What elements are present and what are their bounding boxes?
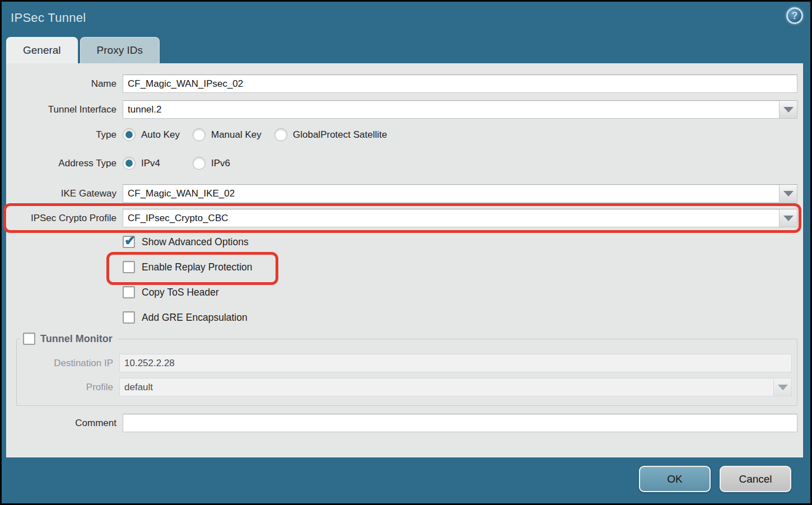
radio-manual-key[interactable] [193, 128, 206, 141]
comment-row: Comment [7, 414, 797, 432]
show-advanced-options-row: Show Advanced Options [123, 236, 802, 248]
dialog-title: IPSec Tunnel [11, 11, 86, 25]
monitor-profile-row: Profile [17, 378, 792, 396]
radio-auto-key-label: Auto Key [141, 129, 188, 141]
radio-auto-key[interactable] [123, 128, 136, 141]
radio-globalprotect-satellite[interactable] [274, 128, 287, 141]
monitor-profile-dropdown-button [773, 378, 791, 396]
radio-ipv4-label: IPv4 [141, 158, 168, 169]
add-gre-encapsulation-checkbox[interactable] [123, 311, 135, 324]
help-icon[interactable]: ? [786, 7, 803, 24]
radio-ipv4[interactable] [123, 157, 136, 170]
ike-gateway-input[interactable] [123, 185, 779, 202]
tab-bar: General Proxy IDs [6, 37, 810, 63]
radio-ipv6-label: IPv6 [211, 158, 238, 169]
chevron-down-icon [783, 216, 794, 221]
tunnel-interface-label: Tunnel Interface [7, 104, 123, 115]
tunnel-monitor-label: Tunnel Monitor [40, 333, 113, 345]
ipsec-tunnel-dialog: IPSec Tunnel ? General Proxy IDs Name Tu… [0, 0, 812, 505]
show-advanced-options-label: Show Advanced Options [142, 236, 249, 248]
tunnel-monitor-checkbox[interactable] [23, 333, 35, 345]
chevron-down-icon [778, 385, 788, 390]
ok-button[interactable]: OK [639, 466, 711, 492]
ipsec-crypto-profile-row: IPSec Crypto Profile [7, 209, 797, 227]
enable-replay-protection-label: Enable Replay Protection [142, 261, 252, 273]
ipsec-crypto-profile-input[interactable] [123, 209, 779, 227]
ike-gateway-label: IKE Gateway [7, 188, 123, 199]
ike-gateway-row: IKE Gateway [7, 184, 797, 203]
tunnel-interface-dropdown-button[interactable] [779, 101, 797, 118]
address-type-row: Address Type IPv4 IPv6 [7, 157, 797, 170]
dialog-header: IPSec Tunnel ? [2, 2, 810, 37]
tunnel-interface-row: Tunnel Interface [7, 100, 797, 119]
chevron-down-icon [783, 191, 794, 197]
destination-ip-label: Destination IP [17, 358, 119, 369]
tab-proxy-ids[interactable]: Proxy IDs [80, 37, 160, 63]
radio-globalprotect-satellite-label: GlobalProtect Satellite [293, 129, 395, 141]
comment-input[interactable] [123, 414, 797, 432]
radio-ipv6[interactable] [193, 157, 206, 170]
copy-tos-header-label: Copy ToS Header [142, 287, 219, 298]
tunnel-interface-input[interactable] [123, 101, 779, 118]
enable-replay-protection-row: Enable Replay Protection [123, 261, 802, 273]
type-row: Type Auto Key Manual Key GlobalProtect S… [7, 128, 797, 141]
general-tab-panel: Name Tunnel Interface Type [6, 63, 803, 457]
tunnel-monitor-legend: Tunnel Monitor [20, 333, 118, 345]
cancel-button[interactable]: Cancel [720, 466, 791, 492]
chevron-down-icon [783, 107, 794, 113]
name-label: Name [7, 78, 123, 90]
tunnel-monitor-group: Tunnel Monitor Destination IP Profile [16, 333, 797, 406]
monitor-profile-label: Profile [17, 382, 119, 393]
enable-replay-protection-checkbox[interactable] [123, 261, 135, 273]
destination-ip-row: Destination IP [17, 354, 792, 372]
copy-tos-header-row: Copy ToS Header [123, 286, 802, 298]
ike-gateway-dropdown-button[interactable] [779, 185, 797, 202]
address-type-label: Address Type [7, 158, 123, 169]
comment-label: Comment [7, 418, 123, 429]
ipsec-crypto-profile-dropdown-button[interactable] [779, 209, 797, 227]
copy-tos-header-checkbox[interactable] [123, 286, 135, 298]
radio-manual-key-label: Manual Key [211, 129, 269, 141]
name-input[interactable] [123, 75, 797, 92]
tab-general[interactable]: General [6, 37, 78, 63]
add-gre-encapsulation-label: Add GRE Encapsulation [142, 312, 248, 324]
monitor-profile-input [120, 378, 773, 396]
ipsec-crypto-profile-label: IPSec Crypto Profile [7, 213, 123, 224]
destination-ip-input [120, 354, 791, 372]
name-row: Name [7, 74, 797, 93]
type-label: Type [7, 129, 123, 141]
show-advanced-options-checkbox[interactable] [123, 236, 135, 248]
add-gre-encapsulation-row: Add GRE Encapsulation [123, 311, 802, 324]
dialog-footer: OK Cancel [2, 466, 810, 492]
